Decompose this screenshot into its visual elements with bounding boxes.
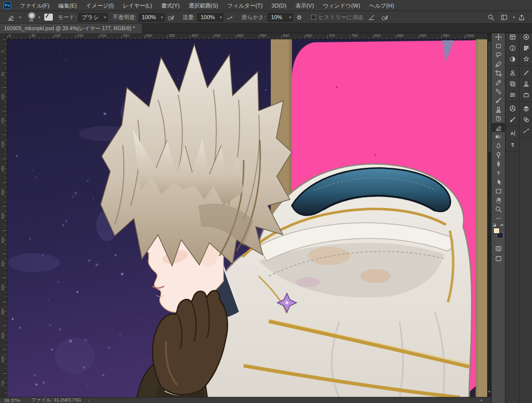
toggle-brush-settings-panel-button[interactable] — [44, 14, 53, 21]
character-panel-icon[interactable]: A — [506, 127, 519, 139]
adjustments-panel-icon[interactable] — [506, 53, 519, 64]
scroll-down-arrow-icon[interactable]: ▾ — [488, 390, 490, 394]
lasso-tool[interactable] — [492, 50, 505, 59]
menu-表示[interactable]: 表示(V) — [291, 0, 319, 11]
opacity-value: 100% — [142, 14, 156, 20]
airbrush-icon[interactable] — [224, 12, 236, 22]
brush-settings-panel-icon[interactable] — [506, 114, 519, 125]
brush-tool[interactable] — [492, 96, 505, 105]
smoothing-value: 10% — [271, 14, 282, 20]
zoom-tool[interactable] — [492, 205, 505, 214]
swatches-panel-icon[interactable] — [519, 42, 532, 53]
brush-size-value: 45 — [26, 19, 36, 22]
type-tool[interactable]: T — [492, 168, 505, 177]
menu-ファイル[interactable]: ファイル(F) — [15, 0, 54, 11]
tool-preset-chevron-icon[interactable]: ▾ — [19, 15, 21, 20]
paths-panel-icon[interactable] — [519, 125, 532, 136]
move-tool[interactable] — [492, 32, 505, 41]
menu-レイヤー[interactable]: レイヤー(L) — [118, 0, 157, 11]
quick-selection-tool[interactable] — [492, 59, 505, 69]
zoom-percent-field[interactable]: 39.37% — [4, 397, 20, 403]
crop-tool[interactable] — [492, 69, 505, 78]
ruler-corner[interactable] — [0, 33, 7, 39]
workspace-switcher-icon[interactable] — [499, 12, 510, 22]
brushes-panel-icon[interactable] — [519, 67, 532, 78]
ruler-vertical[interactable]: 0501001502002503003504004505005506006507… — [0, 39, 7, 397]
clone-source-panel-icon[interactable] — [519, 78, 532, 89]
share-icon[interactable] — [516, 12, 527, 22]
spot-healing-brush-tool[interactable] — [492, 87, 505, 96]
svg-text:A: A — [510, 130, 514, 136]
layers-panel-icon[interactable] — [519, 103, 532, 114]
channels-panel-icon[interactable] — [519, 114, 532, 125]
default-colors-icon[interactable]: ◪ — [493, 223, 496, 227]
svg-text:¶: ¶ — [511, 141, 514, 147]
dodge-tool[interactable] — [492, 150, 505, 159]
document-tab-bar: 160905_mksnpkl.psd @ 39.4%(レイヤー 177, RGB… — [0, 24, 532, 33]
mode-value: ブラシ — [82, 14, 99, 21]
status-bar: 39.37% ファイル: 31.2M/3.73G › ▸ — [0, 397, 491, 403]
svg-text:T: T — [497, 170, 500, 175]
blur-tool[interactable] — [492, 141, 505, 150]
smoothing-chevron-icon: ▾ — [289, 15, 291, 20]
search-icon[interactable] — [486, 12, 497, 22]
menu-イメージ[interactable]: イメージ(I) — [82, 0, 118, 11]
eyedropper-tool[interactable] — [492, 78, 505, 87]
tool-presets-panel-icon[interactable] — [519, 89, 532, 100]
brush-tip-preview — [27, 12, 36, 19]
flow-chevron-icon: ▾ — [220, 15, 222, 20]
menu-3D[interactable]: 3D(D) — [267, 0, 291, 11]
menu-フィルター[interactable]: フィルター(T) — [222, 0, 267, 11]
tool-preset-eraser-icon[interactable] — [5, 12, 16, 22]
properties-panel-icon[interactable] — [506, 89, 519, 100]
clone-stamp-tool[interactable] — [492, 105, 505, 114]
pen-tool[interactable] — [492, 159, 505, 168]
hand-tool[interactable] — [492, 195, 505, 205]
document-tab[interactable]: 160905_mksnpkl.psd @ 39.4%(レイヤー 177, RGB… — [0, 24, 142, 33]
rectangle-tool[interactable] — [492, 186, 505, 195]
screen-mode-button[interactable] — [492, 254, 505, 263]
canvas-document[interactable] — [7, 39, 487, 397]
menu-編集[interactable]: 編集(E) — [54, 0, 82, 11]
menu-書式[interactable]: 書式(Y) — [157, 0, 184, 11]
pressure-size-icon[interactable] — [379, 12, 391, 22]
workspace-chevron-icon[interactable]: ▾ — [513, 15, 515, 20]
erase-to-history-checkbox[interactable] — [311, 15, 316, 20]
menu-ウィンドウ[interactable]: ウィンドウ(W) — [319, 0, 365, 11]
path-selection-tool[interactable] — [492, 177, 505, 186]
erase-to-history-label: ヒストリーに消去 — [319, 14, 363, 21]
ruler-horizontal[interactable]: 0501001502002503003504004505005506006507… — [7, 33, 487, 39]
history-brush-tool[interactable] — [492, 114, 505, 123]
info-panel-icon[interactable] — [506, 42, 519, 53]
pressure-opacity-icon[interactable] — [166, 12, 177, 22]
foreground-color-swatch[interactable] — [493, 228, 500, 234]
menu-ヘルプ[interactable]: ヘルプ(H) — [365, 0, 399, 11]
libraries-panel-icon[interactable] — [506, 67, 519, 78]
flow-field[interactable]: 100% ▾ — [197, 13, 223, 22]
3d-panel-icon[interactable] — [506, 103, 519, 114]
layer-comps-panel-icon[interactable] — [506, 78, 519, 89]
swap-colors-icon[interactable]: ⇄ — [500, 223, 503, 227]
eraser-tool[interactable] — [492, 123, 505, 132]
paragraph-panel-icon[interactable]: ¶ — [506, 139, 519, 150]
smoothing-options-gear-icon[interactable] — [294, 12, 305, 22]
photoshop-logo[interactable]: Ps — [4, 2, 11, 9]
mode-select[interactable]: ブラシ ▾ — [79, 13, 108, 22]
brush-picker-chevron-icon[interactable]: ▾ — [38, 15, 40, 20]
edit-toolbar[interactable] — [492, 214, 505, 223]
styles-panel-icon[interactable] — [519, 53, 532, 64]
menu-選択範囲[interactable]: 選択範囲(S) — [184, 0, 223, 11]
status-popup-chevron-icon[interactable]: › — [88, 397, 90, 403]
gradient-tool[interactable] — [492, 132, 505, 141]
brush-preset-picker[interactable]: 45 ▾ — [26, 11, 40, 24]
brush-angle-icon[interactable] — [366, 12, 377, 22]
quick-mask-button[interactable] — [492, 244, 505, 253]
rectangular-marquee-tool[interactable] — [492, 41, 505, 50]
smoothing-field[interactable]: 10% ▾ — [268, 13, 293, 22]
color-swatches: ◪ ⇄ — [493, 228, 503, 239]
opacity-field[interactable]: 100% ▾ — [138, 13, 165, 22]
panel-icons-column-1: A¶ — [505, 30, 519, 403]
vertical-scrollbar[interactable]: ▾ — [487, 39, 491, 397]
scroll-right-arrow-icon[interactable]: ▸ — [481, 398, 483, 402]
mode-chevron-icon: ▾ — [104, 15, 106, 20]
